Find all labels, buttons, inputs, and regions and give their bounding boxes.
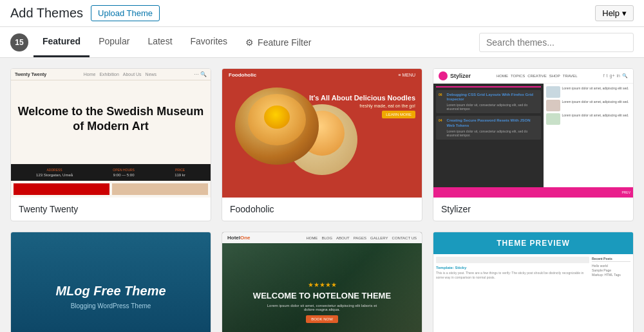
sz-social: ftg+in🔍 xyxy=(603,73,628,78)
ho-brand-accent: One xyxy=(240,235,251,241)
help-label: Help xyxy=(602,8,620,18)
upload-theme-button[interactable]: Upload Theme xyxy=(91,5,160,21)
theme-card-mlog[interactable]: MLog Free Theme Blogging WordPress Theme… xyxy=(10,232,211,332)
tp-post-block: Template: Sticky This is a sticky post. … xyxy=(436,266,589,279)
tp-post-title: Template: Sticky xyxy=(436,266,589,270)
search-box-wrap xyxy=(479,28,634,57)
tp-sidebar-item-1: Hello world xyxy=(592,264,630,268)
ho-cta: BOOK NOW xyxy=(306,315,338,323)
fh-cta: LEARN MORE xyxy=(382,111,415,118)
theme-thumbnail-stylizer: Stylizer HOMETOPICSCREATIVESHOPTRAVEL ft… xyxy=(433,69,633,198)
top-bar-left: Add Themes Upload Theme xyxy=(10,5,160,21)
ho-headline: WELCOME TO HOTELONE THEME xyxy=(253,291,391,301)
theme-card-hotelone[interactable]: HotelOne HOMEBLOGABOUTPAGESGALLERYCONTAC… xyxy=(222,232,422,332)
page-title: Add Themes xyxy=(10,6,83,21)
tt-nav-links: Home Exhibition About Us News xyxy=(84,72,156,77)
ho-nav-links: HOMEBLOGABOUTPAGESGALLERYCONTACT US xyxy=(306,236,417,240)
sz-pink-bar: PREV xyxy=(433,187,633,198)
ho-stars: ★★★★★ xyxy=(308,281,337,288)
fh-brand: Foodoholic xyxy=(229,72,256,78)
tp-sidebar-item-2: Sample Page xyxy=(592,268,630,272)
gear-icon: ⚙ xyxy=(245,37,254,48)
feature-filter[interactable]: ⚙ Feature Filter xyxy=(236,28,320,57)
theme-card-twenty-twenty[interactable]: Twenty Twenty Home Exhibition About Us N… xyxy=(10,68,211,221)
sz-post2-date: 04 xyxy=(439,118,442,122)
filter-tabs: Featured Popular Latest Favorites ⚙ Feat… xyxy=(33,27,479,57)
sz-post2-title: Creating Secure Password Resets With JSO… xyxy=(447,118,538,127)
theme-name-twenty-twenty: Twenty Twenty xyxy=(11,198,211,221)
feature-filter-label: Feature Filter xyxy=(258,37,311,48)
theme-thumbnail-mlog: MLog Free Theme Blogging WordPress Theme xyxy=(11,232,211,332)
theme-card-theme-preview[interactable]: THEME PREVIEW Template: Sticky This is a… xyxy=(433,232,634,332)
top-bar: Add Themes Upload Theme Help ▾ xyxy=(0,0,644,27)
fh-menu: ≡ MENU xyxy=(398,73,415,77)
tab-latest[interactable]: Latest xyxy=(138,27,181,57)
ho-subtext: Lorem ipsum dolor sit amet, consectetur … xyxy=(264,304,380,311)
fh-headline: It's All About Delicious Noodles xyxy=(309,94,415,102)
chevron-down-icon: ▾ xyxy=(622,8,627,18)
theme-name-stylizer: Stylizer xyxy=(433,198,633,221)
theme-card-foodoholic[interactable]: Foodoholic ≡ MENU It's All About Delicio… xyxy=(222,68,422,221)
tt-hero-text: Welcome to the Swedish Museum of Modern … xyxy=(16,104,205,134)
tp-sidebar-col: Recent Posts Hello world Sample Page Mar… xyxy=(592,257,630,332)
theme-thumbnail-theme-preview: THEME PREVIEW Template: Sticky This is a… xyxy=(433,232,633,332)
fh-text-block: It's All About Delicious Noodles freshly… xyxy=(309,94,415,118)
tp-content: Template: Sticky This is a sticky post. … xyxy=(433,254,633,332)
theme-thumbnail-twenty-twenty: Twenty Twenty Home Exhibition About Us N… xyxy=(11,69,211,198)
sz-content: 06 Debugging CSS Grid Layouts With Firef… xyxy=(433,84,633,187)
theme-name-foodoholic: Foodoholic xyxy=(222,198,422,221)
tt-bottom: Address 123 Storgatan, Umeå Open Hours 9… xyxy=(11,164,211,181)
theme-count-badge: 15 xyxy=(10,33,28,51)
help-button[interactable]: Help ▾ xyxy=(595,5,634,21)
sz-brand: Stylizer xyxy=(450,73,471,79)
filter-bar: 15 Featured Popular Latest Favorites ⚙ F… xyxy=(0,27,644,58)
themes-grid: Twenty Twenty Home Exhibition About Us N… xyxy=(0,58,644,332)
tp-sidebar-title: Recent Posts xyxy=(592,257,630,262)
tp-header-text: THEME PREVIEW xyxy=(497,239,570,248)
fh-subtext: freshly made, eat on the go! xyxy=(309,104,415,108)
ml-title: MLog Free Theme xyxy=(55,284,166,299)
ml-subtitle: Blogging WordPress Theme xyxy=(71,302,151,309)
tp-post-text: This is a sticky post. There are a few t… xyxy=(436,271,589,279)
theme-card-stylizer[interactable]: Stylizer HOMETOPICSCREATIVESHOPTRAVEL ft… xyxy=(433,68,634,221)
theme-thumbnail-hotelone: HotelOne HOMEBLOGABOUTPAGESGALLERYCONTAC… xyxy=(222,232,422,332)
theme-thumbnail-foodoholic: Foodoholic ≡ MENU It's All About Delicio… xyxy=(222,69,422,198)
sz-right-col: Lorem ipsum dolor sit amet, adipiscing e… xyxy=(544,84,634,187)
tp-main-col: Template: Sticky This is a sticky post. … xyxy=(436,257,589,332)
tab-featured[interactable]: Featured xyxy=(33,27,90,57)
sz-post1-date: 06 xyxy=(439,93,442,97)
ho-brand: HotelOne xyxy=(227,235,251,241)
tab-popular[interactable]: Popular xyxy=(90,27,138,57)
tab-favorites[interactable]: Favorites xyxy=(182,27,237,57)
sz-post1-title: Debugging CSS Grid Layouts With Firefox … xyxy=(447,93,538,102)
search-input[interactable] xyxy=(479,33,634,52)
tp-sidebar-item-3: Markup: HTML Tags xyxy=(592,273,630,277)
sz-nav-links: HOMETOPICSCREATIVESHOPTRAVEL xyxy=(497,74,578,78)
sz-sidebar: 06 Debugging CSS Grid Layouts With Firef… xyxy=(433,84,544,187)
